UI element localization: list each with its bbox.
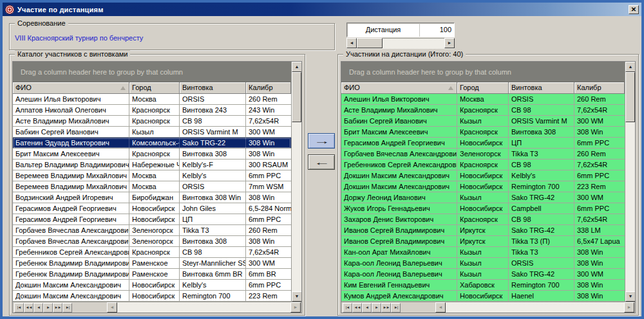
- table-row[interactable]: Иванов Сергей ВладимировичИркутскTikka T…: [341, 236, 625, 247]
- table-row[interactable]: Вальтер Владимир ВладимировичНабережные …: [13, 160, 291, 170]
- nav-prev-page-button[interactable]: ◄◄: [24, 303, 33, 313]
- column-header[interactable]: Город: [129, 82, 180, 94]
- table-row[interactable]: Асте Владимир МихайловичКрасноярскСВ 987…: [13, 116, 291, 127]
- nav-next-page-button[interactable]: ►►: [381, 303, 391, 313]
- group-by-band[interactable]: Drag a column header here to group by th…: [13, 62, 291, 82]
- table-row[interactable]: Горбачев Вячеслав АлександровичЗеленогор…: [13, 225, 291, 236]
- table-row[interactable]: Жуков Игорь ГеннадьевичНовосибирскCampbe…: [341, 203, 625, 214]
- scroll-down-icon[interactable]: ▼: [292, 291, 302, 302]
- distance-scroll-thumb[interactable]: [357, 38, 383, 48]
- column-header[interactable]: Винтовка: [509, 82, 574, 94]
- table-row[interactable]: Горбачев Вячеслав АлександровичЗеленогор…: [341, 149, 625, 160]
- table-row[interactable]: Кумов Андрей АлександровичНовосибирскHae…: [341, 291, 625, 302]
- table-row[interactable]: Гребенюк Владимир ВладимировичРаменскоеS…: [13, 258, 291, 269]
- column-header[interactable]: Винтовка: [180, 82, 246, 94]
- move-to-distance-button[interactable]: →: [308, 133, 335, 149]
- table-cell: Захаров Денис Викторович: [341, 214, 457, 225]
- nav-next-page-button[interactable]: ►►: [53, 303, 62, 313]
- nav-prev-button[interactable]: ◄: [362, 303, 372, 313]
- horizontal-scrollbar[interactable]: ◄►: [107, 302, 301, 313]
- table-cell: СВ 98: [509, 160, 574, 170]
- vertical-scrollbar[interactable]: ▲▼: [291, 62, 301, 302]
- table-cell: 260 Rem: [574, 94, 625, 105]
- distance-scrollbar[interactable]: ◄ ►: [346, 38, 455, 49]
- scroll-down-icon[interactable]: ▼: [625, 291, 636, 302]
- vscroll-thumb[interactable]: [625, 72, 635, 122]
- distance-scroll-track[interactable]: [383, 38, 444, 48]
- group-by-band[interactable]: Drag a column header here to group by th…: [341, 62, 625, 82]
- table-row[interactable]: Асте Владимир МихайловичКрасноярскСВ 987…: [341, 105, 625, 116]
- table-row[interactable]: Бабкин Сергей ИвановичКызылORSIS Varmint…: [341, 116, 625, 127]
- scroll-up-icon[interactable]: ▲: [625, 62, 636, 72]
- table-row[interactable]: Гребенников Сергей АлександровичКраснояр…: [13, 247, 291, 258]
- nav-first-button[interactable]: |◄: [343, 303, 352, 313]
- table-row[interactable]: Кара-оол Леонид ВалерьевичКызылSako TRG-…: [341, 269, 625, 280]
- table-row[interactable]: Алешин Илья ВикторовичМоскваORSIS260 Rem: [341, 94, 625, 105]
- column-header[interactable]: Калибр: [574, 82, 625, 94]
- hscroll-track[interactable]: [117, 302, 290, 313]
- scroll-left-icon[interactable]: ◄: [346, 38, 357, 48]
- table-cell: Красноярск: [129, 105, 180, 116]
- table-row[interactable]: Докшин Максим АлександровичНовосибирскKe…: [341, 170, 625, 181]
- table-row[interactable]: Герасимов Андрей ГеоргиевичНовосибирскJo…: [13, 203, 291, 214]
- close-icon[interactable]: ✕: [629, 5, 639, 14]
- table-cell: 6,5x47 Lapua: [574, 236, 625, 247]
- table-row[interactable]: Водзинский Андрей ИгоревичБиробиджанВинт…: [13, 192, 291, 203]
- nav-prev-page-button[interactable]: ◄◄: [352, 303, 362, 313]
- table-row[interactable]: Брит Максим АлексеевичКрасноярскВинтовка…: [341, 127, 625, 138]
- table-row[interactable]: Гребенников Сергей АлександровичКраснояр…: [341, 160, 625, 170]
- table-row[interactable]: Герасимов Андрей ГеоргиевичНовосибирскЦП…: [13, 214, 291, 225]
- vertical-scrollbar[interactable]: ▲▼: [625, 62, 635, 302]
- table-cell: Москва: [129, 170, 180, 181]
- column-header[interactable]: ФИО: [341, 82, 457, 94]
- table-row[interactable]: Гребенюк Владимир ВладимировичРаменскоеВ…: [13, 269, 291, 280]
- scroll-up-icon[interactable]: ▲: [292, 62, 302, 72]
- table-row[interactable]: Захаров Денис ВикторовичКрасноярскСВ 987…: [341, 214, 625, 225]
- table-row[interactable]: Иванов Сергей ВладимировичИркутскSako TR…: [341, 225, 625, 236]
- table-row[interactable]: Кан-оол Арат МихайловичКызылTikka T3308 …: [341, 247, 625, 258]
- table-row[interactable]: Бабкин Сергей ИвановичКызылORSIS Varmint…: [13, 127, 291, 138]
- column-header[interactable]: Город: [457, 82, 509, 94]
- table-cell: Красноярск: [129, 116, 180, 127]
- hscroll-track[interactable]: [446, 302, 624, 313]
- table-row[interactable]: Кара-оол Леонид ВалерьевичКызылORSIS308 …: [341, 258, 625, 269]
- table-row[interactable]: Веремеев Владимир МихайловичМоскваORSIS7…: [13, 181, 291, 192]
- table-cell: Москва: [457, 94, 509, 105]
- scroll-right-icon[interactable]: ►: [444, 38, 455, 48]
- table-row[interactable]: Горбачев Вячеслав АлександровичЗеленогор…: [13, 236, 291, 247]
- table-row[interactable]: Доржу Леонид ИвановичКызылSako TRG-42300…: [341, 192, 625, 203]
- nav-next-button[interactable]: ►: [372, 303, 381, 313]
- distance-value[interactable]: 100: [420, 23, 454, 37]
- table-cell: Зеленогорск: [129, 225, 180, 236]
- column-header[interactable]: Калибр: [246, 82, 291, 94]
- table-row[interactable]: Брит Максим АлексеевичКрасноярскВинтовка…: [13, 149, 291, 160]
- table-cell: Батенин Эдуард Викторович: [13, 138, 129, 149]
- remove-from-distance-button[interactable]: ←: [308, 154, 335, 170]
- table-row[interactable]: Алешин Илья ВикторовичМоскваORSIS260 Rem: [13, 94, 291, 105]
- nav-prev-button[interactable]: ◄: [33, 303, 43, 313]
- scroll-left-icon[interactable]: ◄: [107, 302, 117, 313]
- table-cell: 300 WM: [574, 116, 625, 127]
- scroll-right-icon[interactable]: ►: [290, 302, 301, 313]
- table-row[interactable]: Алпатов Николай ОлеговичКрасноярскВинтов…: [13, 105, 291, 116]
- column-header[interactable]: ФИО: [13, 82, 129, 94]
- table-cell: Иркутск: [457, 236, 509, 247]
- table-row[interactable]: Докшин Максим АлександровичНовосибирскRe…: [13, 291, 291, 302]
- table-row[interactable]: Докшин Максим АлександровичНовосибирскRe…: [341, 181, 625, 192]
- scroll-left-icon[interactable]: ◄: [435, 302, 446, 313]
- nav-last-button[interactable]: ►|: [62, 303, 72, 313]
- table-row[interactable]: Ким Евгений ГеннадьевичХабаровскRemingto…: [341, 280, 625, 291]
- table-cell: Kelbly's: [509, 170, 574, 181]
- table-row[interactable]: Герасимов Андрей ГеоргиевичНовосибирскЦП…: [341, 138, 625, 149]
- table-cell: John Giles: [180, 203, 246, 214]
- competition-name: VIII Красноярский турнир по бенчресту: [15, 34, 143, 42]
- table-row[interactable]: Докшин Максим АлександровичНовосибирскKe…: [13, 280, 291, 291]
- nav-next-button[interactable]: ►: [43, 303, 53, 313]
- nav-last-button[interactable]: ►|: [391, 303, 401, 313]
- scroll-right-icon[interactable]: ►: [624, 302, 634, 313]
- vscroll-thumb[interactable]: [292, 72, 301, 122]
- table-row[interactable]: Батенин Эдуард ВикторовичКомсомольск-+Sa…: [13, 138, 291, 149]
- nav-first-button[interactable]: |◄: [14, 303, 24, 313]
- horizontal-scrollbar[interactable]: ◄►: [435, 302, 634, 313]
- table-row[interactable]: Веремеев Владимир МихайловичМоскваKelbly…: [13, 170, 291, 181]
